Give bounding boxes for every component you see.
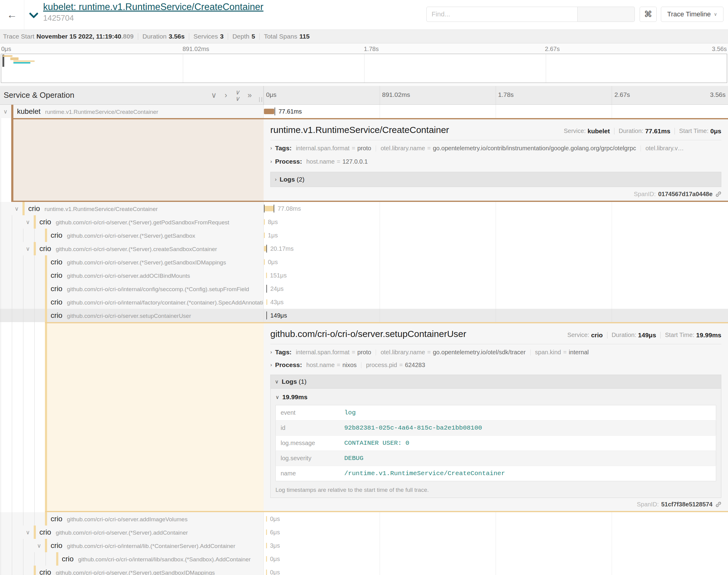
log-marker-tick[interactable] — [274, 107, 275, 115]
page-header: ← kubelet: runtime.v1.RuntimeService/Cre… — [0, 0, 728, 29]
span-operation-name: github.com/cri-o/cri-o/internal/lib/sand… — [78, 556, 251, 563]
tag-key-value: internal.span.format=proto — [296, 145, 371, 151]
log-field-key: name — [275, 466, 339, 481]
logs-accordion[interactable]: ∨ Logs (1) — [270, 375, 721, 388]
span-id-row: SpanID: 51cf7f38e5128574 — [637, 501, 722, 508]
log-field-key: event — [275, 405, 339, 420]
tag-key-value: span.kind=internal — [535, 349, 589, 356]
row-collapse-chevron-icon[interactable]: ∨ — [25, 242, 31, 255]
chevron-right-icon: › — [270, 159, 272, 165]
minimap-span — [13, 60, 35, 62]
span-duration-label: 24μs — [270, 282, 284, 295]
summary-label: Depth — [232, 33, 250, 40]
tag-key-value: otel.library.name=go.opentelemetry.io/ot… — [380, 349, 525, 356]
log-marker-tick[interactable] — [264, 205, 265, 212]
collapse-all-icon[interactable]: ∨∨ — [235, 89, 240, 102]
trace-title-chevron-icon[interactable] — [29, 9, 38, 18]
row-collapse-chevron-icon[interactable]: ∨ — [25, 215, 31, 229]
span-row[interactable]: ∨criogithub.com/cri-o/cri-o/internal/lib… — [0, 539, 728, 552]
span-row[interactable]: criogithub.com/cri-o/cri-o/internal/fact… — [0, 295, 728, 309]
span-timeline-tick[interactable] — [266, 543, 267, 548]
span-timeline-bar[interactable] — [264, 206, 274, 211]
span-row[interactable]: criogithub.com/cri-o/cri-o/server.(*Serv… — [0, 255, 728, 269]
minimap-span — [13, 62, 30, 63]
back-button[interactable]: ← — [0, 0, 24, 29]
span-row[interactable]: ∨criogithub.com/cri-o/cri-o/server.(*Ser… — [0, 215, 728, 229]
row-collapse-chevron-icon[interactable]: ∨ — [25, 526, 31, 539]
minimap-canvas[interactable] — [1, 54, 727, 83]
summary-label: Services — [194, 33, 218, 40]
span-detail-tint — [13, 119, 264, 201]
span-row[interactable]: ∨crioruntime.v1.RuntimeService/CreateCon… — [0, 202, 728, 215]
span-timeline-tick[interactable] — [266, 556, 267, 562]
log-marker-tick[interactable] — [266, 285, 267, 293]
service-operation-header: Service & Operation — [4, 91, 74, 100]
duration-value: 77.61ms — [645, 128, 670, 135]
summary-label: Total Spans — [264, 33, 297, 40]
copy-link-icon[interactable] — [715, 501, 722, 508]
view-selector-dropdown[interactable]: Trace Timeline ∨ — [661, 7, 723, 22]
tags-accordion[interactable]: › Tags: internal.span.format=protootel.l… — [270, 144, 721, 152]
span-row[interactable]: criogithub.com/cri-o/cri-o/server.(*Serv… — [0, 566, 728, 575]
span-table-header: Service & Operation ∨ › ∨∨ » 0μs891.02ms… — [0, 86, 728, 105]
row-collapse-chevron-icon[interactable]: ∨ — [2, 105, 9, 118]
span-operation-name: github.com/cri-o/cri-o/server.(*Server).… — [56, 246, 217, 252]
span-row[interactable]: ∨criogithub.com/cri-o/cri-o/server.(*Ser… — [0, 242, 728, 255]
span-service-name: crio — [39, 568, 51, 575]
expand-all-icon[interactable]: » — [247, 91, 252, 99]
collapse-one-icon[interactable]: ∨ — [211, 91, 217, 99]
chevron-right-icon: › — [270, 145, 272, 151]
span-row[interactable]: criogithub.com/cri-o/cri-o/internal/lib/… — [0, 552, 728, 566]
row-collapse-chevron-icon[interactable]: ∨ — [13, 202, 20, 215]
logs-accordion[interactable]: › Logs (2) — [270, 172, 721, 187]
row-collapse-chevron-icon[interactable]: ∨ — [36, 539, 42, 552]
keyboard-shortcuts-button[interactable]: ⌘ — [640, 7, 657, 22]
span-row[interactable]: criogithub.com/cri-o/cri-o/server.(*Serv… — [0, 229, 728, 242]
expand-one-icon[interactable]: › — [225, 91, 227, 99]
process-accordion[interactable]: › Process: host.name=127.0.0.1 — [270, 158, 721, 165]
timeline-tick-label: 891.02ms — [382, 91, 410, 98]
span-timeline-tick[interactable] — [264, 219, 265, 225]
span-timeline-tick[interactable] — [266, 299, 267, 305]
span-row[interactable]: criogithub.com/cri-o/cri-o/server.setupC… — [0, 309, 728, 322]
trace-title-link[interactable]: kubelet: runtime.v1.RuntimeService/Creat… — [43, 2, 263, 12]
span-duration-label: 149μs — [270, 309, 287, 322]
span-timeline-tick[interactable] — [266, 530, 267, 535]
span-row[interactable]: criogithub.com/cri-o/cri-o/server.addIma… — [0, 512, 728, 526]
span-row[interactable]: criogithub.com/cri-o/cri-o/internal/conf… — [0, 282, 728, 295]
span-row[interactable]: ∨kubeletruntime.v1.RuntimeService/Create… — [0, 105, 728, 118]
log-marker-tick[interactable] — [274, 205, 274, 212]
span-timeline-bar[interactable] — [264, 109, 274, 114]
span-timeline-tick[interactable] — [266, 516, 267, 521]
span-timeline-tick[interactable] — [266, 570, 267, 575]
span-timeline-tick[interactable] — [264, 233, 265, 238]
span-row[interactable]: criogithub.com/cri-o/cri-o/server.addOCI… — [0, 269, 728, 282]
log-field-key: id — [275, 420, 339, 436]
span-operation-name: github.com/cri-o/cri-o/server.(*Server).… — [56, 570, 215, 575]
log-marker-tick[interactable] — [266, 311, 267, 319]
span-detail-title: github.com/cri-o/cri-o/server.setupConta… — [270, 329, 466, 339]
span-service-name: crio — [28, 204, 40, 212]
chevron-right-icon: › — [270, 362, 272, 368]
find-input[interactable] — [426, 7, 578, 22]
log-field-value: 92b82381-025c-4a64-815c-ba2e1bb08100 — [339, 420, 716, 436]
span-operation-name: github.com/cri-o/cri-o/server.addOCIBind… — [67, 273, 190, 279]
span-row[interactable]: ∨criogithub.com/cri-o/cri-o/server.(*Ser… — [0, 526, 728, 539]
span-timeline-tick[interactable] — [264, 259, 265, 265]
span-duration-label: 3μs — [270, 539, 280, 552]
tag-key-value: host.name=127.0.0.1 — [306, 158, 368, 165]
minimap-tick-label: 1.78s — [364, 45, 379, 53]
minimap-tick-label: 3.56s — [712, 45, 727, 53]
duration-label: Duration: — [619, 128, 643, 134]
service-value: kubelet — [587, 128, 610, 135]
span-id-value: 0174567d17a0448e — [658, 191, 713, 198]
column-resize-grip[interactable] — [259, 97, 262, 102]
process-accordion[interactable]: › Process: host.name=nixosprocess.pid=62… — [270, 361, 721, 369]
log-entry-accordion[interactable]: ∨ 19.99ms — [275, 394, 716, 401]
span-timeline-tick[interactable] — [266, 273, 267, 278]
tags-accordion[interactable]: › Tags: internal.span.format=protootel.l… — [270, 348, 721, 356]
span-service-name: crio — [51, 298, 63, 306]
copy-link-icon[interactable] — [715, 191, 722, 198]
service-color-bar — [45, 512, 47, 526]
log-marker-tick[interactable] — [266, 245, 267, 252]
